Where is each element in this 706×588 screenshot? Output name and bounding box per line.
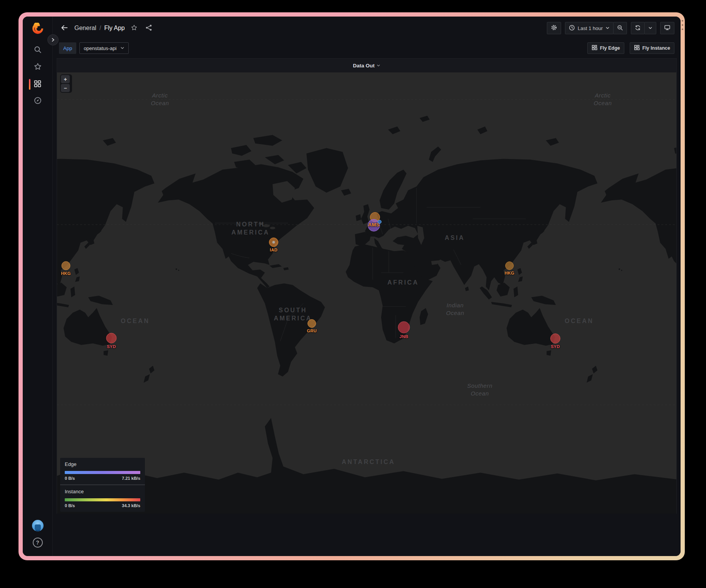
time-range-label: Last 1 hour bbox=[578, 25, 603, 31]
magnifier-minus-icon bbox=[617, 25, 623, 32]
monitor-icon bbox=[664, 24, 671, 32]
topbar: General / Fly App bbox=[53, 17, 681, 40]
variable-label: App bbox=[59, 42, 76, 54]
favorite-star-button[interactable] bbox=[129, 23, 140, 34]
map-marker-hkg-east[interactable] bbox=[505, 261, 514, 270]
time-picker-group: Last 1 hour bbox=[565, 22, 627, 34]
chevron-down-icon bbox=[120, 45, 124, 51]
gear-icon bbox=[551, 24, 557, 32]
map-marker-edge-small[interactable] bbox=[378, 220, 382, 224]
legend-title: Edge bbox=[65, 461, 140, 467]
app-window: ? General / Fly App bbox=[23, 17, 681, 556]
legend-section-edge: Edge 0 B/s 7.21 kB/s bbox=[60, 458, 145, 484]
marker-center-dot bbox=[272, 241, 275, 244]
dashboards-grid-icon bbox=[34, 80, 42, 89]
sidebar-item-dashboards[interactable] bbox=[29, 76, 46, 93]
world-map[interactable] bbox=[57, 72, 676, 514]
dashboard-settings-button[interactable] bbox=[547, 22, 561, 34]
app-variable-dropdown[interactable]: openstatus-api bbox=[79, 42, 129, 54]
panel-header[interactable]: Data Out bbox=[57, 59, 676, 72]
breadcrumb: General / Fly App bbox=[74, 25, 125, 32]
star-outline-icon bbox=[131, 24, 138, 32]
clock-icon bbox=[569, 25, 575, 32]
subbar: App openstatus-api Fly Edge bbox=[53, 40, 681, 57]
legend-max: 7.21 kB/s bbox=[122, 476, 140, 481]
refresh-button[interactable] bbox=[631, 22, 645, 34]
apps-icon bbox=[592, 45, 597, 52]
legend-gradient-instance bbox=[65, 498, 140, 501]
panel-title: Data Out bbox=[353, 63, 375, 69]
map-marker-hkg-west[interactable] bbox=[62, 261, 71, 270]
geomap-panel: Data Out bbox=[57, 58, 677, 514]
legend-min: 0 B/s bbox=[65, 503, 75, 508]
user-avatar[interactable] bbox=[32, 520, 44, 531]
refresh-group bbox=[631, 22, 656, 34]
share-icon bbox=[145, 24, 152, 32]
sidebar-expand-button[interactable] bbox=[47, 34, 59, 45]
link-label: Fly Edge bbox=[600, 45, 620, 51]
grafana-logo-icon[interactable] bbox=[32, 23, 44, 34]
back-button[interactable] bbox=[59, 23, 70, 34]
dashboard-links: Fly Edge Fly Instance bbox=[587, 42, 674, 54]
chevron-down-icon bbox=[377, 64, 380, 67]
help-icon[interactable]: ? bbox=[33, 538, 43, 548]
map-marker-gru[interactable] bbox=[308, 319, 316, 328]
link-label: Fly Instance bbox=[642, 45, 670, 51]
sidebar-bottom: ? bbox=[32, 520, 44, 556]
legend-title: Instance bbox=[65, 489, 140, 494]
breadcrumb-folder[interactable]: General bbox=[74, 25, 96, 32]
link-fly-edge[interactable]: Fly Edge bbox=[587, 42, 624, 54]
legend-min: 0 B/s bbox=[65, 476, 75, 481]
share-button[interactable] bbox=[143, 23, 154, 34]
sidebar: ? bbox=[23, 17, 53, 556]
link-fly-instance[interactable]: Fly Instance bbox=[630, 42, 674, 54]
map-marker-jnb[interactable] bbox=[398, 322, 410, 333]
legend-gradient-edge bbox=[65, 471, 140, 474]
map-marker-syd-west[interactable] bbox=[106, 333, 117, 343]
map-legend: Edge 0 B/s 7.21 kB/s Instance bbox=[60, 458, 145, 512]
map-zoom-control: + − bbox=[60, 74, 72, 93]
chevron-down-icon bbox=[648, 25, 652, 31]
app-variable-value: openstatus-api bbox=[84, 45, 116, 51]
breadcrumb-dashboard-title: Fly App bbox=[104, 25, 124, 32]
search-icon bbox=[34, 45, 42, 55]
zoom-out-time-button[interactable] bbox=[613, 22, 627, 34]
map-marker-syd-east[interactable] bbox=[550, 333, 560, 343]
apps-icon bbox=[634, 45, 640, 52]
kiosk-mode-button[interactable] bbox=[660, 22, 674, 34]
arrow-left-icon bbox=[61, 24, 68, 33]
star-icon bbox=[34, 62, 42, 72]
breadcrumb-separator: / bbox=[99, 25, 101, 32]
main-area: General / Fly App bbox=[53, 17, 681, 556]
topbar-actions: Last 1 hour bbox=[547, 22, 674, 34]
window-frame: ? General / Fly App bbox=[18, 12, 685, 560]
map-zoom-out-button[interactable]: − bbox=[61, 84, 70, 92]
refresh-interval-dropdown[interactable] bbox=[644, 22, 656, 34]
map-zoom-in-button[interactable]: + bbox=[61, 75, 70, 83]
frame-grip-dots bbox=[682, 20, 683, 30]
geomap-canvas[interactable]: Arctic OceanArctic OceanNORTH AMERICAASI… bbox=[57, 72, 676, 514]
refresh-icon bbox=[635, 25, 641, 32]
sidebar-item-search[interactable] bbox=[29, 42, 46, 59]
compass-icon bbox=[34, 96, 42, 106]
sidebar-item-starred[interactable] bbox=[29, 59, 46, 76]
map-marker-iad[interactable] bbox=[269, 238, 278, 247]
legend-section-instance: Instance 0 B/s 34.3 kB/s bbox=[60, 484, 145, 512]
time-range-picker[interactable]: Last 1 hour bbox=[565, 22, 614, 34]
sidebar-item-explore[interactable] bbox=[29, 93, 46, 110]
dashboard-grid: Data Out bbox=[53, 57, 681, 556]
chevron-down-icon bbox=[605, 25, 610, 31]
legend-max: 34.3 kB/s bbox=[122, 503, 140, 508]
